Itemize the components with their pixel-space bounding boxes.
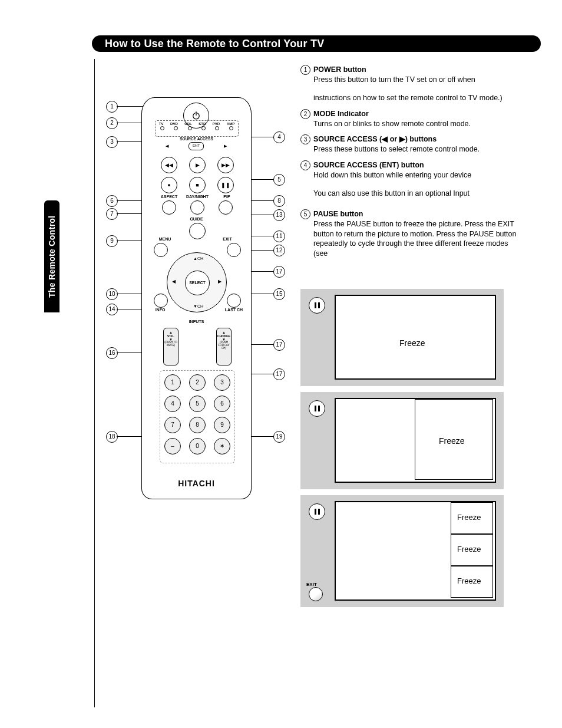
key-6: 6 <box>214 396 230 412</box>
item-title: POWER button <box>313 65 366 74</box>
item-body: You can also use this button in an optio… <box>313 189 470 197</box>
item-title: PAUSE button <box>313 210 363 218</box>
mode-cbl: CBL <box>184 122 191 126</box>
info-label: INFO <box>150 308 170 312</box>
freeze-panel-3: EXIT Freeze Freeze Freeze <box>300 495 504 607</box>
mute-label: (PUSH TO MUTE) <box>164 341 178 347</box>
description-column: 1 POWER button Press this button to turn… <box>300 65 524 265</box>
freeze-panel-2: Freeze <box>300 392 504 489</box>
key-1: 1 <box>164 374 181 391</box>
section-tab-label: The Remote Control <box>44 200 59 312</box>
key-3: 3 <box>214 374 230 391</box>
freeze-subbox: Freeze <box>451 566 493 598</box>
item-title: SOURCE ACCESS (◀ or ▶) buttons <box>313 135 437 143</box>
item-body: Hold down this button while entering you… <box>313 171 471 179</box>
daynight-button <box>190 200 204 215</box>
lastch-label: LAST CH <box>221 308 247 312</box>
callout-10: 10 <box>106 288 118 300</box>
number-keypad: 1 2 3 4 5 6 7 8 9 – 0 ✶ <box>160 370 235 463</box>
exit-button <box>227 243 241 257</box>
screen-box: Freeze <box>335 295 496 380</box>
nav-left-icon: ◀ <box>172 279 176 284</box>
callout-17b: 17 <box>273 339 285 351</box>
volume-rocker: ▲ VOL ▼ (PUSH TO MUTE) <box>163 328 178 365</box>
stop-button: ■ <box>189 177 206 193</box>
mode-stb: STB <box>199 122 206 126</box>
aspect-label: ASPECT <box>157 195 181 199</box>
mode-indicator: TV DVD CBL STB PVR AMP <box>155 120 239 137</box>
callout-9: 9 <box>106 235 118 247</box>
info-button <box>154 294 168 308</box>
column-divider <box>94 59 95 707</box>
remote-outline: TV DVD CBL STB PVR AMP SOURCE ACCESS ◀ E… <box>141 97 252 499</box>
key-4: 4 <box>164 396 181 412</box>
ent-button: ENT <box>189 142 204 150</box>
brand-label: HITACHI <box>142 479 251 488</box>
pip-label: PIP <box>215 195 239 199</box>
ch-dn-icon: ▼CH <box>193 304 203 308</box>
item-number: 4 <box>300 160 310 170</box>
mode-amp: AMP <box>227 122 234 126</box>
item-body: Turns on or blinks to show remote contro… <box>313 120 471 128</box>
key-0: 0 <box>189 438 206 454</box>
remote-illustration: 1 2 3 6 7 9 10 14 16 18 4 5 8 13 11 12 1… <box>106 91 289 510</box>
item-number: 5 <box>300 209 310 219</box>
left-arrow-icon: ◀ <box>166 144 168 149</box>
item-title: SOURCE ACCESS (ENT) button <box>313 161 424 169</box>
section-tab: The Remote Control <box>44 200 59 312</box>
key-star: ✶ <box>214 438 230 454</box>
callout-14: 14 <box>106 304 118 315</box>
item-number: 3 <box>300 134 310 144</box>
callout-15: 15 <box>273 288 285 300</box>
page-title: How to Use the Remote to Control Your TV <box>92 35 541 52</box>
source-access-label: SOURCE ACCESS <box>142 137 251 141</box>
ffwd-button: ▶▶ <box>217 157 234 173</box>
freeze-panel-1: Freeze <box>300 289 504 386</box>
freeze-label: Freeze <box>457 577 481 585</box>
source-access-row: ◀ ENT ▶ <box>166 142 227 150</box>
exit-icon <box>309 587 323 601</box>
exit-label: EXIT <box>219 237 236 241</box>
callout-19: 19 <box>273 431 285 443</box>
daynight-label: DAY/NIGHT <box>184 195 210 199</box>
exit-label: EXIT <box>306 582 317 587</box>
callout-16: 16 <box>106 347 118 359</box>
screen-box: Freeze Freeze Freeze <box>335 501 496 601</box>
mode-pvr: PVR <box>213 122 220 126</box>
lastch-button <box>227 294 241 308</box>
key-5: 5 <box>189 396 206 412</box>
rewind-button: ◀◀ <box>161 157 177 173</box>
freeze-label: Freeze <box>457 545 481 554</box>
right-arrow-icon: ▶ <box>224 144 227 149</box>
freeze-subbox: Freeze <box>451 502 493 534</box>
callout-4: 4 <box>273 131 285 143</box>
callout-17: 17 <box>273 266 285 278</box>
favch-label: (PUSH FOR FAV CH) <box>217 341 231 350</box>
aspect-button <box>162 200 176 215</box>
callout-13: 13 <box>273 209 285 221</box>
item-body: Press the PAUSE button to freeze the pic… <box>313 220 516 258</box>
callout-5: 5 <box>273 174 285 186</box>
freeze-subbox: Freeze <box>451 534 493 566</box>
menu-button <box>154 243 168 257</box>
freeze-label: Freeze <box>399 338 425 348</box>
callout-17c: 17 <box>273 368 285 380</box>
desc-item-4: 4 SOURCE ACCESS (ENT) button Hold down t… <box>300 160 524 199</box>
mode-tv: TV <box>159 122 164 126</box>
desc-item-1: 1 POWER button Press this button to turn… <box>300 65 524 103</box>
channel-rocker: ▲ CH/PAGE ▼ (PUSH FOR FAV CH) <box>216 328 232 365</box>
pause-icon <box>309 297 325 314</box>
freeze-modes: Freeze Freeze EXIT Freeze Freeze <box>300 289 504 613</box>
key-7: 7 <box>164 417 181 433</box>
pip-button <box>219 200 233 215</box>
desc-item-5: 5 PAUSE button Press the PAUSE button to… <box>300 209 524 259</box>
pause-button: ❚❚ <box>217 177 234 193</box>
mode-dvd: DVD <box>170 122 178 126</box>
key-8: 8 <box>189 417 206 433</box>
menu-label: MENU <box>156 237 174 241</box>
nav-disc: ▲CH ▼CH ◀ ▶ SELECT <box>167 252 227 312</box>
screen-box: Freeze <box>335 398 496 483</box>
callout-12: 12 <box>273 245 285 256</box>
nav-right-icon: ▶ <box>218 279 222 284</box>
guide-label: GUIDE <box>142 217 251 221</box>
